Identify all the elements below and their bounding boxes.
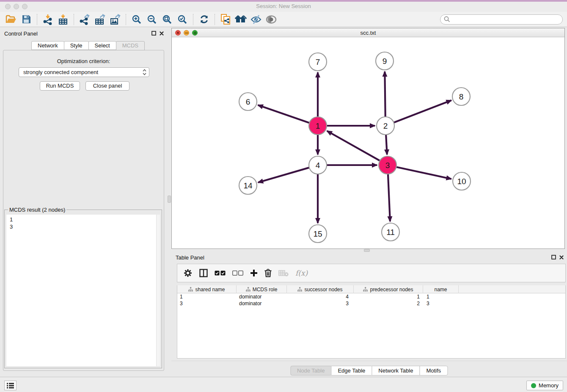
mcds-result-area[interactable]: 13 (6, 215, 160, 366)
table-cell: 1 (354, 293, 423, 300)
column-header-predecessor-nodes[interactable]: predecessor nodes (354, 285, 423, 293)
float-panel-icon[interactable] (151, 31, 156, 36)
node-6[interactable]: 6 (239, 93, 257, 110)
edge-2-9[interactable] (385, 72, 385, 117)
svg-text:8: 8 (459, 92, 464, 101)
run-mcds-button[interactable]: Run MCDS (40, 81, 80, 91)
sort-icon (246, 287, 250, 292)
node-table: shared nameMCDS rolesuccessor nodesprede… (177, 285, 566, 359)
network-canvas[interactable]: 7968124314101511 (172, 37, 564, 248)
tab-node-table[interactable]: Node Table (290, 366, 332, 375)
sort-icon (297, 287, 302, 292)
horizontal-splitter-grip[interactable] (364, 249, 370, 252)
node-1[interactable]: 1 (309, 117, 327, 135)
home-icon[interactable] (233, 13, 248, 26)
function-builder-icon[interactable]: f(x) (295, 267, 308, 279)
refresh-icon[interactable] (196, 13, 212, 26)
close-table-panel-icon[interactable] (559, 255, 564, 259)
network-window-titlebar[interactable]: scc.txt (172, 28, 564, 37)
add-row-icon[interactable] (250, 267, 258, 279)
node-8[interactable]: 8 (452, 88, 470, 105)
sort-icon (363, 287, 368, 292)
select-all-icon[interactable] (215, 267, 226, 279)
show-hide-graphics-details-icon[interactable] (248, 13, 264, 26)
svg-text:10: 10 (457, 177, 466, 186)
result-line: 3 (6, 223, 160, 230)
search-icon (444, 16, 450, 22)
delete-table-icon[interactable] (278, 267, 289, 279)
open-session-icon[interactable] (3, 13, 19, 26)
birds-eye-view-icon[interactable] (264, 13, 279, 26)
tab-select[interactable]: Select (88, 41, 116, 50)
float-table-panel-icon[interactable] (551, 255, 556, 259)
show-columns-icon[interactable] (199, 267, 208, 279)
tab-motifs[interactable]: Motifs (419, 366, 448, 375)
save-session-icon[interactable] (19, 13, 34, 26)
column-label: successor nodes (304, 287, 342, 293)
zoom-selected-icon[interactable] (175, 13, 190, 26)
export-network-icon[interactable] (77, 13, 92, 26)
column-label: predecessor nodes (370, 287, 413, 293)
clone-network-icon[interactable] (218, 13, 233, 26)
node-14[interactable]: 14 (239, 177, 257, 194)
table-cell: 3 (423, 300, 459, 307)
settings-gear-icon[interactable] (183, 267, 193, 279)
node-15[interactable]: 15 (309, 225, 327, 243)
node-2[interactable]: 2 (377, 117, 394, 135)
node-7[interactable]: 7 (309, 53, 327, 71)
table-toolbar: f(x) (177, 264, 566, 282)
node-11[interactable]: 11 (382, 223, 399, 241)
close-panel-icon[interactable] (160, 31, 164, 36)
table-cell: dominator (237, 300, 287, 307)
node-10[interactable]: 10 (453, 172, 471, 190)
list-icon (7, 383, 14, 389)
titlebar: Session: New Session (0, 2, 567, 12)
edge-4-14[interactable] (258, 168, 309, 182)
toolbar-separator (126, 14, 126, 25)
tab-edge-table[interactable]: Edge Table (331, 366, 372, 375)
zoom-in-icon[interactable] (129, 13, 144, 26)
memory-status-dot (531, 383, 536, 388)
node-3[interactable]: 3 (379, 156, 396, 174)
edge-1-6[interactable] (258, 105, 310, 123)
deselect-all-icon[interactable] (232, 267, 243, 279)
toolbar-separator (74, 14, 74, 25)
svg-text:1: 1 (316, 121, 320, 130)
memory-button[interactable]: Memory (526, 381, 563, 390)
node-4[interactable]: 4 (309, 156, 327, 174)
optimization-criterion-dropdown[interactable]: strongly connected component (19, 67, 149, 77)
edge-3-11[interactable] (388, 174, 390, 221)
task-history-button[interactable] (4, 381, 17, 390)
result-scrollbar[interactable] (156, 215, 160, 366)
edge-2-8[interactable] (394, 100, 451, 122)
tab-network-table[interactable]: Network Table (372, 366, 420, 375)
node-9[interactable]: 9 (376, 52, 394, 70)
tab-mcds[interactable]: MCDS (116, 41, 145, 50)
table-row[interactable]: 3dominator323 (177, 300, 565, 307)
tab-style[interactable]: Style (64, 41, 89, 50)
column-header-successor-nodes[interactable]: successor nodes (287, 285, 354, 293)
table-row[interactable]: 1dominator411 (177, 293, 565, 300)
tab-network[interactable]: Network (31, 41, 64, 50)
edge-3-1[interactable] (327, 131, 380, 160)
search-input[interactable] (452, 16, 562, 22)
edge-3-10[interactable] (396, 167, 451, 179)
import-table-file-icon[interactable] (55, 13, 71, 26)
dropdown-value: strongly connected component (23, 69, 143, 75)
table-panel: Table Panel (171, 252, 567, 377)
delete-row-icon[interactable] (264, 267, 272, 279)
svg-text:14: 14 (243, 181, 253, 190)
export-image-icon[interactable] (107, 13, 123, 26)
import-network-file-icon[interactable] (40, 13, 55, 26)
column-header-name[interactable]: name (423, 285, 459, 293)
edge-2-3[interactable] (386, 135, 387, 155)
close-panel-button[interactable]: Close panel (85, 81, 129, 91)
column-header-shared-name[interactable]: shared name (177, 285, 237, 293)
zoom-fit-icon[interactable] (160, 13, 175, 26)
column-label: MCDS role (253, 287, 278, 293)
vertical-splitter-grip[interactable] (168, 196, 171, 203)
toolbar-separator (37, 14, 37, 25)
export-table-icon[interactable] (92, 13, 107, 26)
zoom-out-icon[interactable] (144, 13, 160, 26)
column-header-MCDS-role[interactable]: MCDS role (237, 285, 287, 293)
